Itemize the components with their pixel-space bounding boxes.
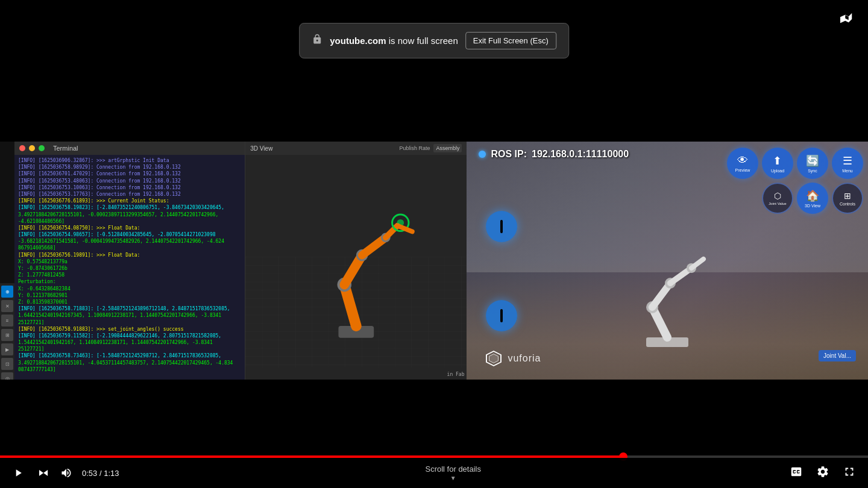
maximize-dot — [39, 145, 45, 151]
ar-btn-preview[interactable]: 👁 Preview — [727, 148, 758, 179]
ar-robot-arm — [592, 235, 743, 355]
close-dot — [19, 145, 25, 151]
lock-icon — [312, 34, 322, 48]
scroll-info: Scroll for details ▼ — [126, 465, 780, 481]
vuforia-mark: vuforia — [485, 349, 541, 368]
ros-ip-label: ROS IP: — [491, 149, 527, 160]
controls-bar: 0:53 / 1:13 Scroll for details ▼ — [0, 458, 868, 488]
ar-btn-sync[interactable]: 🔄 Sync — [797, 148, 828, 179]
svg-line-8 — [386, 226, 398, 238]
ar-real: ROS IP: 192.168.0.1:11110000 👁 Preview — [467, 142, 868, 380]
mute-button[interactable] — [58, 465, 75, 481]
scroll-chevron-icon: ▼ — [450, 475, 456, 481]
sidebar-icon-6[interactable]: ⊡ — [1, 358, 13, 370]
sim-header: 3D View Publish Rate Assembly — [245, 142, 467, 155]
ar-btn-upload[interactable]: ⬆ Upload — [762, 148, 793, 179]
total-time: 1:13 — [104, 469, 119, 478]
sim-section: 3D View Publish Rate Assembly — [245, 142, 467, 380]
ar-btn-joint[interactable]: ⬡ Joint Value — [762, 183, 793, 214]
time-display: 0:53 / 1:13 — [82, 469, 119, 478]
video-area: ⊕ ✕ ≡ ⊞ ▶ ⊡ ◎ Terminal [INFO] [162503690… — [0, 142, 868, 380]
right-controls — [787, 463, 858, 484]
play-button[interactable] — [10, 465, 27, 481]
svg-marker-21 — [489, 354, 498, 363]
terminal-section: Terminal [INFO] [1625036906.32867]: >>> … — [14, 142, 245, 380]
vuforia-text: vuforia — [508, 353, 541, 364]
fullscreen-notification: youtube.com is now full screen Exit Full… — [299, 23, 569, 58]
ros-ip-address: 192.168.0.1:11110000 — [532, 149, 629, 160]
ros-ip-indicator — [479, 151, 486, 158]
terminal-title: Terminal — [53, 145, 78, 152]
ar-btn-3dview[interactable]: 🏠 3D View — [797, 183, 828, 214]
next-button[interactable] — [34, 465, 51, 481]
fullscreen-button[interactable] — [840, 463, 858, 484]
ros-ip-overlay: ROS IP: 192.168.0.1:11110000 — [479, 149, 629, 160]
video-frame: Terminal [INFO] [1625036906.32867]: >>> … — [0, 142, 868, 380]
terminal-header: Terminal — [14, 142, 245, 155]
ar-btn-controls[interactable]: ⊞ Controls — [832, 183, 863, 214]
cc-button[interactable] — [787, 463, 805, 484]
sidebar-icon-2[interactable]: ✕ — [1, 300, 13, 312]
sidebar-icon-4[interactable]: ⊞ — [1, 329, 13, 341]
settings-button[interactable] — [814, 463, 832, 484]
sim-body: in Fab — [245, 155, 467, 380]
current-time: 0:53 — [82, 469, 97, 478]
ar-btn-menu[interactable]: ☰ Menu — [832, 148, 863, 179]
exit-fullscreen-button[interactable]: Exit Full Screen (Esc) — [465, 32, 556, 49]
sidebar-icon-1[interactable]: ⊕ — [1, 286, 13, 298]
scroll-text: Scroll for details — [425, 465, 480, 474]
sidebar-icon-3[interactable]: ≡ — [1, 314, 13, 327]
terminal-body: [INFO] [1625036906.32867]: >>> artGrphst… — [14, 155, 245, 380]
ar-section: ROS IP: 192.168.0.1:11110000 👁 Preview — [467, 142, 868, 380]
sidebar-icon-5[interactable]: ▶ — [1, 343, 13, 355]
sim-title: 3D View — [250, 145, 272, 152]
svg-line-19 — [691, 259, 703, 268]
sidebar-icon-7[interactable]: ◎ — [1, 372, 13, 380]
ar-buttons: 👁 Preview ⬆ Upload 🔄 Sync ☰ — [727, 148, 863, 214]
ar-label: Joint Val... — [819, 350, 856, 361]
minimize-dot — [29, 145, 35, 151]
sidebar-icons: ⊕ ✕ ≡ ⊞ ▶ ⊡ ◎ — [0, 283, 14, 380]
fullscreen-text: youtube.com is now full screen — [330, 36, 458, 46]
share-button[interactable] — [838, 9, 856, 27]
video-title: Augmented Reality Manipulator — [12, 13, 146, 23]
